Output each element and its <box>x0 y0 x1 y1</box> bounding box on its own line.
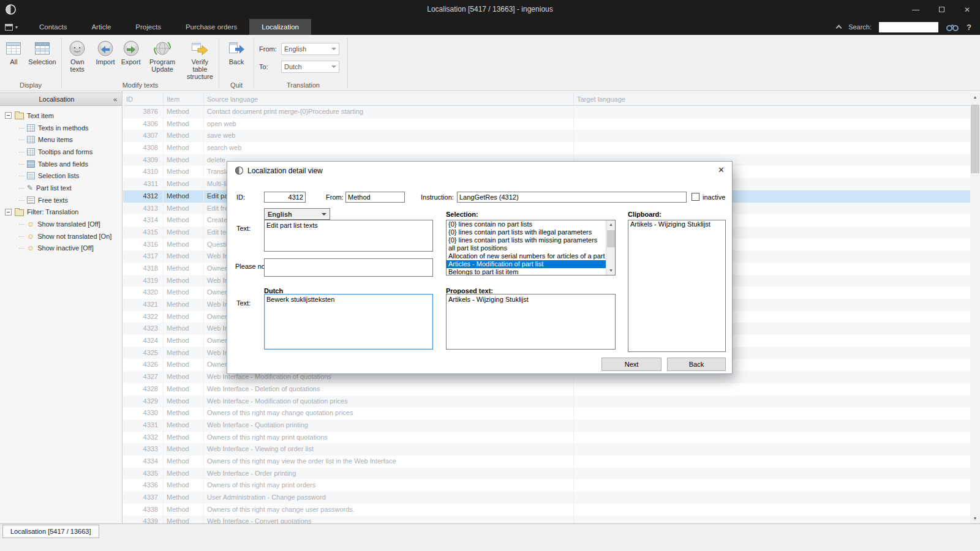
table-row[interactable]: 4338MethodOwners of this right may chang… <box>123 504 970 516</box>
table-row[interactable]: 4337MethodUser Administration - Change p… <box>123 492 970 504</box>
clipboard-option[interactable]: Artikels - Wijziging Stuklijst <box>628 220 725 228</box>
program-update-button[interactable]: Program Update <box>143 37 181 74</box>
tree-folder[interactable]: Text item <box>0 110 122 122</box>
scroll-down-icon[interactable]: ▼ <box>606 266 616 275</box>
main-menu-button[interactable]: ▼ <box>0 19 23 35</box>
table-row[interactable]: 4332MethodOwners of this right may print… <box>123 432 970 444</box>
collapse-box-icon[interactable] <box>5 209 12 216</box>
collapse-ribbon-icon[interactable] <box>836 25 842 31</box>
selection-option[interactable]: Belongs to part list item <box>447 268 606 276</box>
tree-item[interactable]: Selection lists <box>0 170 122 182</box>
ribbon-group-translation: From: English To: Dutch Translation <box>254 35 347 91</box>
dutch-text-area[interactable]: Bewerk stuklijstteksten <box>264 294 433 350</box>
minimize-button[interactable]: — <box>912 6 919 13</box>
table-row[interactable]: 4331MethodWeb Interface - Quotation prin… <box>123 419 970 432</box>
import-button[interactable]: Import <box>92 37 118 67</box>
table-row[interactable]: 4330MethodOwners of this right may chang… <box>123 407 970 419</box>
inactive-label: inactive <box>703 192 725 203</box>
selection-list-scrollbar[interactable]: ▲ ▼ <box>606 220 615 275</box>
tab-localization[interactable]: Localization <box>249 19 311 35</box>
tab-article[interactable]: Article <box>79 19 123 35</box>
table-row[interactable]: 4328MethodWeb Interface - Deletion of qu… <box>123 383 970 395</box>
back-button[interactable]: Back <box>224 37 249 67</box>
next-button[interactable]: Next <box>601 358 662 371</box>
help-icon[interactable]: ? <box>967 23 971 32</box>
note-text-area[interactable] <box>264 258 433 277</box>
smiley-icon: ☺ <box>27 244 34 252</box>
scroll-up-icon[interactable]: ▲ <box>606 220 616 229</box>
instruction-field[interactable] <box>457 192 687 203</box>
from-field[interactable] <box>345 192 405 203</box>
own-texts-button[interactable]: Own texts <box>62 37 92 74</box>
all-button[interactable]: All <box>2 37 25 67</box>
selection-option[interactable]: {0} lines contain part lists with missin… <box>447 236 606 244</box>
tree-item[interactable]: Texts in methods <box>0 122 122 134</box>
tree-item[interactable]: ☺Show inactive [Off] <box>0 242 122 255</box>
table-icon <box>27 160 35 168</box>
table-row[interactable]: 3876MethodContact document print merge-{… <box>123 106 970 118</box>
selection-option[interactable]: all part list positions <box>447 244 606 252</box>
scroll-up-icon[interactable]: ▲ <box>970 92 980 102</box>
tree-item[interactable]: Tables and fields <box>0 158 122 170</box>
scrollbar-thumb[interactable] <box>607 230 615 247</box>
tree-item[interactable]: Tooltips and forms <box>0 146 122 158</box>
tree-item[interactable]: ☺Show not translated [On] <box>0 230 122 242</box>
vertical-scrollbar[interactable]: ▲ ▼ <box>970 92 980 523</box>
tab-contacts[interactable]: Contacts <box>27 19 79 35</box>
dialog-title-bar[interactable]: Localization detail view ✕ <box>227 162 732 179</box>
collapse-box-icon[interactable] <box>5 112 12 119</box>
selection-listbox[interactable]: {0} lines contain no part lists{0} lines… <box>446 220 616 276</box>
selection-option[interactable]: {0} lines contain no part lists <box>447 220 606 228</box>
table-row[interactable]: 4308Methodsearch web <box>123 142 970 154</box>
collapse-sidebar-icon[interactable]: « <box>113 96 122 103</box>
tree-item[interactable]: ☺Show translated [Off] <box>0 218 122 230</box>
from-language-select[interactable]: English <box>281 43 339 55</box>
tab-projects[interactable]: Projects <box>123 19 173 35</box>
clipboard-listbox[interactable]: Artikels - Wijziging Stuklijst <box>628 220 726 352</box>
tree-folder[interactable]: Filter: Translation <box>0 206 122 219</box>
table-row[interactable]: 4306Methodopen web <box>123 118 970 130</box>
selection-option[interactable]: {0} lines contain part lists with illega… <box>447 228 606 236</box>
id-field[interactable] <box>264 192 306 203</box>
column-header-source-language[interactable]: Source language <box>204 93 574 105</box>
table-row[interactable]: 4307Methodsave web <box>123 130 970 142</box>
scrollbar-thumb[interactable] <box>971 105 979 173</box>
ribbon-separator <box>347 38 348 88</box>
localization-detail-dialog: Localization detail view ✕ ID: From: Ins… <box>227 161 733 374</box>
export-button[interactable]: Export <box>118 37 144 67</box>
selection-option[interactable]: Articles - Modification of part list <box>447 260 606 268</box>
tab-purchase-orders[interactable]: Purchase orders <box>173 19 249 35</box>
table-row[interactable]: 4339MethodWeb Interface - Convert quotat… <box>123 515 970 523</box>
dialog-title: Localization detail view <box>247 167 323 175</box>
tree-item[interactable]: ✎Part list text <box>0 182 122 194</box>
table-row[interactable]: 4336MethodOwners of this right may print… <box>123 479 970 492</box>
binoculars-icon[interactable] <box>946 23 959 32</box>
column-header-target-language[interactable]: Target language <box>574 93 970 105</box>
proposed-text-area[interactable]: Artikels - Wijziging Stuklijst <box>446 294 616 350</box>
selection-option[interactable]: Allocation of new serial numbers for art… <box>447 252 606 260</box>
table-row[interactable]: 4329MethodWeb Interface - Modification o… <box>123 395 970 408</box>
verify-table-structure-button[interactable]: Verify table structure <box>181 37 219 81</box>
dialog-close-icon[interactable]: ✕ <box>718 165 725 174</box>
tree-item[interactable]: Free texts <box>0 194 122 206</box>
maximize-button[interactable] <box>939 7 944 12</box>
source-text-area[interactable]: Edit part list texts <box>264 220 433 252</box>
table-row[interactable]: 4333MethodWeb Interface - Viewing of ord… <box>123 443 970 455</box>
selection-button[interactable]: Selection <box>25 37 59 67</box>
ribbon-group-label-translation: Translation <box>259 81 347 91</box>
scroll-down-icon[interactable]: ▼ <box>970 514 980 523</box>
to-language-select[interactable]: Dutch <box>281 61 339 73</box>
table-row[interactable]: 4335MethodWeb Interface - Order printing <box>123 468 970 480</box>
language-select[interactable]: English <box>264 208 330 220</box>
close-button[interactable]: ✕ <box>964 6 970 13</box>
column-header-item[interactable]: Item <box>164 93 204 105</box>
sidebar-header: Localisation « <box>0 92 122 106</box>
search-input[interactable] <box>879 22 938 32</box>
tree-item[interactable]: Menu items <box>0 133 122 146</box>
table-row[interactable]: 4334MethodOwners of this right may view … <box>123 455 970 468</box>
column-header-id[interactable]: ID <box>123 93 164 105</box>
back-button[interactable]: Back <box>667 358 726 371</box>
status-tab[interactable]: Localisation [5417 / 13663] <box>2 525 99 538</box>
inactive-checkbox[interactable] <box>692 193 699 201</box>
text-icon <box>27 197 35 204</box>
